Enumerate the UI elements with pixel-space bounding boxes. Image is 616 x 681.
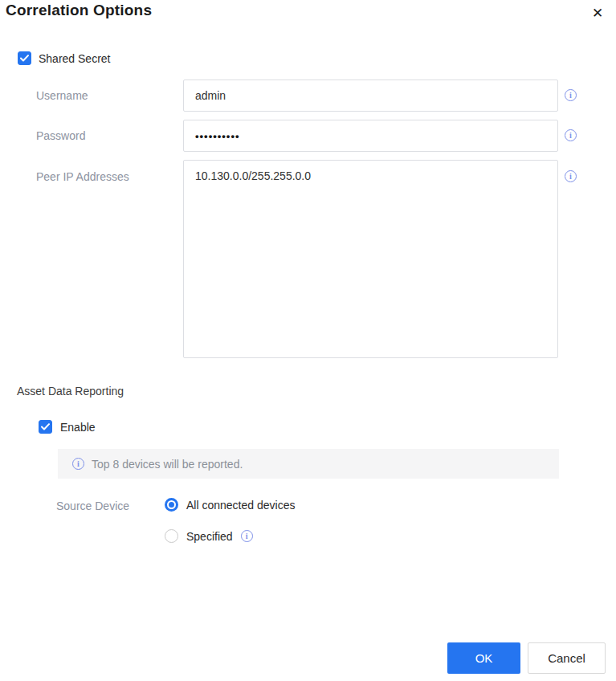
asset-data-reporting-label: Asset Data Reporting — [17, 385, 124, 398]
banner-info-icon: i — [72, 458, 84, 470]
info-banner: i Top 8 devices will be reported. — [58, 449, 559, 479]
enable-checkbox[interactable] — [39, 420, 52, 434]
correlation-options-dialog: Correlation Options ✕ Shared Secret User… — [0, 0, 616, 681]
peer-ip-label: Peer IP Addresses — [36, 170, 129, 183]
enable-label: Enable — [60, 421, 96, 434]
username-row: Username i — [0, 80, 616, 112]
radio-option-all-connected-devices[interactable]: All connected devices — [165, 498, 295, 512]
ok-button[interactable]: OK — [447, 642, 520, 674]
radio-label-all-connected: All connected devices — [186, 499, 295, 512]
close-icon[interactable]: ✕ — [586, 2, 609, 24]
password-info-icon[interactable]: i — [565, 129, 577, 141]
shared-secret-label: Shared Secret — [39, 52, 111, 65]
source-device-label: Source Device — [56, 500, 129, 512]
radio-selected-icon[interactable] — [165, 498, 178, 512]
check-icon — [41, 423, 50, 430]
banner-text: Top 8 devices will be reported. — [92, 458, 243, 471]
radio-label-specified: Specified — [186, 530, 233, 543]
shared-secret-row: Shared Secret — [18, 51, 111, 65]
radio-unselected-icon[interactable] — [165, 529, 178, 543]
username-label: Username — [36, 80, 88, 112]
peer-ip-textarea[interactable]: 10.130.0.0/255.255.0.0 — [183, 160, 558, 358]
password-row: Password i — [0, 120, 616, 152]
peer-ip-info-icon[interactable]: i — [565, 170, 577, 182]
peer-ip-row: Peer IP Addresses 10.130.0.0/255.255.0.0… — [0, 160, 616, 358]
radio-option-specified[interactable]: Specified i — [165, 529, 295, 543]
specified-info-icon[interactable]: i — [241, 530, 253, 542]
username-info-icon[interactable]: i — [565, 89, 577, 101]
shared-secret-checkbox[interactable] — [18, 51, 31, 65]
cancel-button[interactable]: Cancel — [528, 642, 606, 674]
password-label: Password — [36, 120, 85, 152]
username-input[interactable] — [183, 80, 558, 112]
dialog-title: Correlation Options — [6, 2, 152, 19]
radio-dot — [169, 502, 174, 508]
enable-row: Enable — [39, 420, 96, 434]
source-device-options: All connected devices Specified i — [165, 498, 295, 543]
check-icon — [20, 55, 29, 62]
password-input[interactable] — [183, 120, 558, 152]
